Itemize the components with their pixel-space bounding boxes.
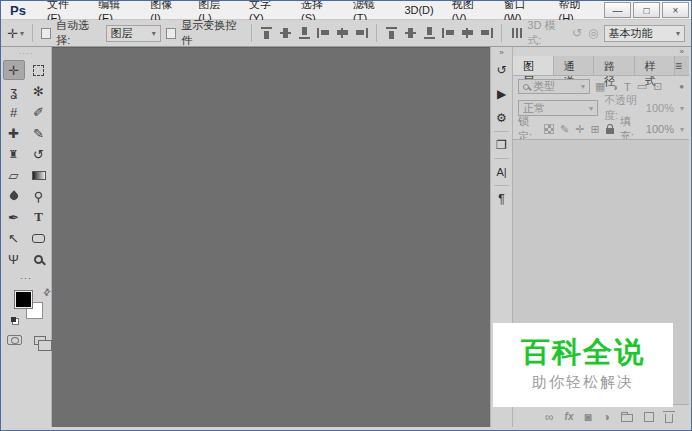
screen-mode-button[interactable]: [34, 336, 46, 345]
character-panel-icon[interactable]: A|: [491, 160, 512, 184]
3d-mode-icons: ↺◎: [572, 26, 599, 40]
default-colors-icon[interactable]: [12, 318, 19, 325]
menu-3d[interactable]: 3D(D): [395, 2, 442, 18]
distribute-top-edges-icon[interactable]: [385, 27, 398, 39]
quick-selection-tool[interactable]: ✻: [28, 81, 50, 101]
clone-stamp-tool[interactable]: ♜: [3, 144, 25, 164]
foreground-color-swatch[interactable]: [15, 291, 32, 308]
distribute-icons: [385, 27, 493, 39]
tab-channels[interactable]: 通道: [554, 56, 595, 75]
distribute-horizontal-centers-icon[interactable]: [461, 27, 474, 39]
lock-transparent-pixels-icon[interactable]: [544, 124, 554, 134]
lock-image-pixels-icon[interactable]: ✎: [560, 123, 569, 136]
align-horizontal-centers-icon[interactable]: [336, 27, 349, 39]
tab-paths[interactable]: 路径: [594, 56, 635, 75]
filter-shape-layers-icon[interactable]: ▭: [637, 80, 647, 93]
path-selection-tool[interactable]: ↖: [3, 228, 25, 248]
history-brush-tool[interactable]: ↺: [28, 144, 50, 164]
brush-tool[interactable]: ✎: [28, 123, 50, 143]
type-tool[interactable]: T: [28, 207, 50, 227]
chevron-down-icon: ▾: [589, 104, 593, 113]
move-tool[interactable]: ✛: [3, 60, 25, 80]
actions-panel-icon[interactable]: ▶: [491, 82, 512, 106]
zoom-tool[interactable]: [28, 249, 50, 269]
blend-row: 正常 ▾ 不透明度: 100% ▾: [513, 97, 689, 119]
canvas-area[interactable]: [52, 47, 490, 427]
new-group-icon[interactable]: [621, 412, 633, 422]
close-button[interactable]: ×: [662, 2, 689, 18]
lasso-tool[interactable]: ʓ: [3, 81, 25, 101]
lock-all-icon[interactable]: [606, 128, 614, 134]
delete-layer-icon[interactable]: [665, 411, 673, 423]
tool-preset-picker[interactable]: ✛ ▾: [7, 26, 24, 41]
filter-smart-objects-icon[interactable]: ⊡: [653, 80, 662, 93]
3d-roll-icon[interactable]: ◎: [588, 26, 598, 40]
distribute-bottom-edges-icon[interactable]: [423, 27, 436, 39]
panel-menu-icon[interactable]: ≡: [675, 56, 689, 75]
toolbar-grip[interactable]: ····: [1, 47, 51, 60]
opacity-value[interactable]: 100%: [646, 102, 674, 114]
move-tool-icon: ✛: [7, 26, 18, 41]
dock-expand-icon[interactable]: »: [491, 47, 512, 58]
link-layers-icon[interactable]: ∞: [545, 410, 554, 424]
filter-adjustment-layers-icon[interactable]: ◑: [611, 81, 618, 93]
fill-value[interactable]: 100%: [646, 123, 674, 135]
show-transform-checkbox[interactable]: [166, 28, 176, 39]
healing-brush-tool[interactable]: ✚: [3, 123, 25, 143]
3d-orbit-icon[interactable]: ↺: [572, 26, 582, 40]
pen-tool[interactable]: ✒: [3, 207, 25, 227]
filter-pixel-layers-icon[interactable]: ▦: [595, 80, 605, 93]
auto-select-checkbox[interactable]: [41, 28, 51, 39]
layer-filter-icons: ▦◑T▭⊡: [595, 80, 662, 93]
new-adjustment-layer-icon[interactable]: ◑: [603, 410, 610, 424]
align-bottom-edges-icon[interactable]: [298, 27, 311, 39]
properties-panel-icon[interactable]: ⚙: [491, 106, 512, 130]
layer-effects-icon[interactable]: fx: [565, 411, 574, 422]
separator: [251, 24, 252, 42]
add-layer-mask-icon[interactable]: ◙: [585, 410, 592, 424]
new-layer-icon[interactable]: [644, 412, 654, 422]
paragraph-panel-icon[interactable]: ¶: [491, 187, 512, 211]
chevron-down-icon: ▾: [152, 29, 156, 38]
crop-tool[interactable]: #: [3, 102, 25, 122]
quick-mask-button[interactable]: [7, 335, 22, 345]
eyedropper-tool[interactable]: ✐: [28, 102, 50, 122]
auto-select-target-dropdown[interactable]: 图层 ▾: [106, 25, 161, 42]
align-right-edges-icon[interactable]: [355, 27, 368, 39]
panel-collapse-icon[interactable]: »: [680, 47, 684, 56]
lock-position-icon[interactable]: ✛: [575, 123, 584, 136]
auto-select-label: 自动选择:: [56, 18, 100, 48]
workspace-dropdown[interactable]: 基本功能 ▾: [604, 25, 685, 42]
eraser-tool[interactable]: ▱: [3, 165, 25, 185]
align-left-edges-icon[interactable]: [317, 27, 330, 39]
filter-type-dropdown[interactable]: 类型 ▾: [518, 79, 590, 94]
distribute-spacing-icon[interactable]: [510, 27, 522, 39]
filter-toggle-icon[interactable]: ●: [679, 82, 684, 91]
libraries-panel-icon[interactable]: ❐: [491, 133, 512, 157]
tab-layers[interactable]: 图层: [513, 56, 554, 75]
distribute-right-edges-icon[interactable]: [480, 27, 493, 39]
blur-tool[interactable]: [3, 186, 25, 206]
watermark-overlay: 百科全说 助你轻松解决: [493, 323, 673, 407]
align-top-edges-icon[interactable]: [260, 27, 273, 39]
rectangular-marquee-tool[interactable]: [28, 60, 50, 80]
lock-icons: ✎✛⊞: [544, 123, 614, 136]
dodge-tool[interactable]: ⚲: [28, 186, 50, 206]
photoshop-logo: Ps: [10, 3, 26, 18]
photoshop-window: Ps 文件(F)编辑(E)图像(I)图层(L)文字(Y)选择(S)滤镜(T)3D…: [0, 0, 692, 431]
minimize-button[interactable]: —: [604, 2, 631, 18]
hand-tool[interactable]: Ψ: [3, 249, 25, 269]
rectangle-tool[interactable]: [28, 228, 50, 248]
toolbar-mode-buttons: [1, 335, 51, 345]
distribute-left-edges-icon[interactable]: [442, 27, 455, 39]
filter-type-layers-icon[interactable]: T: [624, 81, 631, 93]
lock-row: 锁定: ✎✛⊞ 填充: 100% ▾: [513, 119, 689, 139]
tab-styles[interactable]: 样式: [635, 56, 676, 75]
gradient-tool[interactable]: [28, 165, 50, 185]
maximize-button[interactable]: □: [633, 2, 660, 18]
distribute-vertical-centers-icon[interactable]: [404, 27, 417, 39]
align-vertical-centers-icon[interactable]: [279, 27, 292, 39]
edit-toolbar-button[interactable]: ···: [1, 273, 51, 283]
history-panel-icon[interactable]: ↺: [491, 58, 512, 82]
lock-artboard-icon[interactable]: ⊞: [591, 123, 600, 136]
